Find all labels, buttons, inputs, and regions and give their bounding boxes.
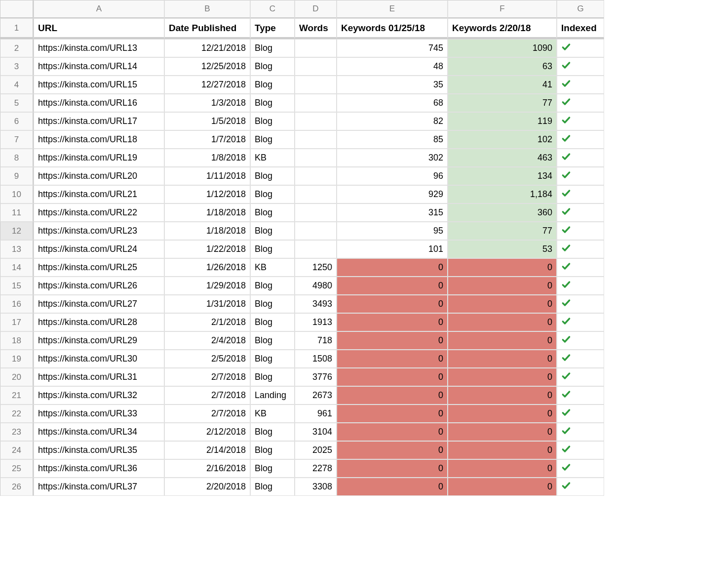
cell-url[interactable]: https://kinsta.com/URL14: [34, 57, 164, 76]
header-cell-G[interactable]: Indexed: [557, 18, 604, 39]
cell-type[interactable]: Blog: [250, 39, 295, 57]
cell-keywords2[interactable]: 0: [448, 386, 557, 405]
row-header[interactable]: 24: [0, 441, 34, 459]
cell-keywords2[interactable]: 0: [448, 313, 557, 331]
cell-date[interactable]: 2/5/2018: [164, 350, 250, 368]
cell-type[interactable]: Blog: [250, 295, 295, 313]
row-header[interactable]: 18: [0, 331, 34, 350]
cell-type[interactable]: Blog: [250, 57, 295, 76]
header-cell-B[interactable]: Date Published: [164, 18, 250, 39]
row-header[interactable]: 7: [0, 130, 34, 149]
cell-keywords1[interactable]: 302: [337, 149, 448, 167]
cell-keywords1[interactable]: 0: [337, 258, 448, 277]
cell-keywords1[interactable]: 929: [337, 185, 448, 203]
cell-date[interactable]: 2/16/2018: [164, 459, 250, 478]
cell-words[interactable]: [295, 167, 337, 185]
cell-type[interactable]: Blog: [250, 423, 295, 441]
cell-indexed[interactable]: [557, 258, 604, 277]
row-header[interactable]: 17: [0, 313, 34, 331]
cell-indexed[interactable]: [557, 76, 604, 94]
header-cell-F[interactable]: Keywords 2/20/18: [448, 18, 557, 39]
cell-keywords2[interactable]: 360: [448, 203, 557, 222]
header-cell-E[interactable]: Keywords 01/25/18: [337, 18, 448, 39]
cell-type[interactable]: Blog: [250, 240, 295, 258]
cell-date[interactable]: 12/27/2018: [164, 76, 250, 94]
cell-words[interactable]: 2673: [295, 386, 337, 405]
cell-keywords1[interactable]: 0: [337, 423, 448, 441]
row-header[interactable]: 25: [0, 459, 34, 478]
row-header[interactable]: 12: [0, 222, 34, 240]
cell-indexed[interactable]: [557, 405, 604, 423]
cell-type[interactable]: Blog: [250, 185, 295, 203]
cell-url[interactable]: https://kinsta.com/URL28: [34, 313, 164, 331]
cell-url[interactable]: https://kinsta.com/URL36: [34, 459, 164, 478]
cell-date[interactable]: 2/20/2018: [164, 478, 250, 496]
cell-words[interactable]: [295, 112, 337, 130]
cell-words[interactable]: 2278: [295, 459, 337, 478]
cell-words[interactable]: 4980: [295, 277, 337, 295]
header-cell-C[interactable]: Type: [250, 18, 295, 39]
cell-date[interactable]: 1/11/2018: [164, 167, 250, 185]
cell-date[interactable]: 2/7/2018: [164, 386, 250, 405]
cell-url[interactable]: https://kinsta.com/URL22: [34, 203, 164, 222]
cell-indexed[interactable]: [557, 94, 604, 112]
cell-indexed[interactable]: [557, 112, 604, 130]
cell-keywords2[interactable]: 1090: [448, 39, 557, 57]
cell-keywords2[interactable]: 463: [448, 149, 557, 167]
cell-keywords1[interactable]: 68: [337, 94, 448, 112]
cell-date[interactable]: 2/7/2018: [164, 405, 250, 423]
cell-date[interactable]: 1/7/2018: [164, 130, 250, 149]
cell-keywords2[interactable]: 63: [448, 57, 557, 76]
cell-keywords2[interactable]: 41: [448, 76, 557, 94]
cell-keywords2[interactable]: 0: [448, 331, 557, 350]
cell-type[interactable]: Blog: [250, 478, 295, 496]
cell-words[interactable]: [295, 76, 337, 94]
cell-type[interactable]: Blog: [250, 222, 295, 240]
cell-url[interactable]: https://kinsta.com/URL21: [34, 185, 164, 203]
cell-keywords2[interactable]: 119: [448, 112, 557, 130]
cell-type[interactable]: Blog: [250, 313, 295, 331]
cell-indexed[interactable]: [557, 295, 604, 313]
cell-words[interactable]: [295, 222, 337, 240]
cell-indexed[interactable]: [557, 386, 604, 405]
cell-type[interactable]: KB: [250, 405, 295, 423]
cell-keywords2[interactable]: 0: [448, 405, 557, 423]
cell-type[interactable]: Blog: [250, 76, 295, 94]
cell-keywords2[interactable]: 0: [448, 277, 557, 295]
cell-keywords1[interactable]: 0: [337, 405, 448, 423]
cell-words[interactable]: 3308: [295, 478, 337, 496]
row-header[interactable]: 21: [0, 386, 34, 405]
row-header[interactable]: 22: [0, 405, 34, 423]
cell-type[interactable]: Blog: [250, 350, 295, 368]
cell-indexed[interactable]: [557, 39, 604, 57]
cell-indexed[interactable]: [557, 240, 604, 258]
col-header-B[interactable]: B: [164, 0, 250, 18]
cell-indexed[interactable]: [557, 478, 604, 496]
cell-keywords1[interactable]: 82: [337, 112, 448, 130]
cell-indexed[interactable]: [557, 313, 604, 331]
cell-words[interactable]: [295, 185, 337, 203]
cell-indexed[interactable]: [557, 331, 604, 350]
cell-words[interactable]: 1250: [295, 258, 337, 277]
cell-keywords1[interactable]: 0: [337, 350, 448, 368]
cell-date[interactable]: 2/1/2018: [164, 313, 250, 331]
cell-keywords1[interactable]: 96: [337, 167, 448, 185]
cell-words[interactable]: 1508: [295, 350, 337, 368]
cell-keywords2[interactable]: 134: [448, 167, 557, 185]
corner-cell[interactable]: [0, 0, 34, 18]
cell-date[interactable]: 1/18/2018: [164, 222, 250, 240]
cell-indexed[interactable]: [557, 57, 604, 76]
row-header[interactable]: 9: [0, 167, 34, 185]
col-header-E[interactable]: E: [337, 0, 448, 18]
cell-type[interactable]: Landing: [250, 386, 295, 405]
cell-url[interactable]: https://kinsta.com/URL17: [34, 112, 164, 130]
row-header-1[interactable]: 1: [0, 18, 34, 39]
cell-words[interactable]: 1913: [295, 313, 337, 331]
cell-keywords1[interactable]: 0: [337, 277, 448, 295]
col-header-A[interactable]: A: [34, 0, 164, 18]
cell-url[interactable]: https://kinsta.com/URL34: [34, 423, 164, 441]
row-header[interactable]: 20: [0, 368, 34, 386]
cell-keywords1[interactable]: 745: [337, 39, 448, 57]
cell-type[interactable]: Blog: [250, 459, 295, 478]
cell-date[interactable]: 1/3/2018: [164, 94, 250, 112]
